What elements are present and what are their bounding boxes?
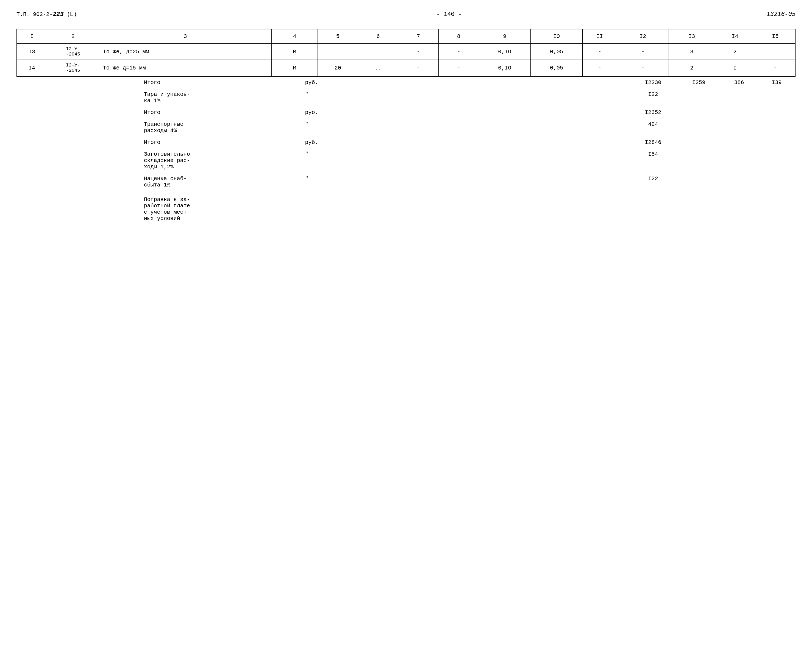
- cell-5: [318, 44, 358, 60]
- cell-12: -: [617, 44, 669, 60]
- col-header-7: 7: [398, 29, 439, 44]
- col7-spacer: [425, 88, 462, 106]
- col-header-2: 2: [47, 29, 99, 44]
- col7-spacer: [425, 118, 462, 137]
- main-table: I 2 3 4 5 6 7 8 9 IO II I2 I3 I4 I5 I3 I…: [17, 29, 795, 76]
- header-suffix: (Ш): [64, 11, 77, 18]
- cell-8: -: [438, 44, 479, 60]
- col9-spacer: [500, 76, 548, 88]
- col9-spacer: [500, 88, 548, 106]
- table-header-row: I 2 3 4 5 6 7 8 9 IO II I2 I3 I4 I5: [17, 29, 795, 44]
- col6-spacer: [387, 88, 425, 106]
- col8-spacer: [462, 148, 500, 173]
- natsenka-col12: I22: [629, 173, 677, 191]
- cell-7: -: [398, 60, 439, 76]
- tara-col13: [677, 88, 720, 106]
- cell-4: М: [272, 60, 318, 76]
- col5-spacer: [350, 106, 387, 118]
- col10-spacer: [548, 88, 597, 106]
- col-header-8: 8: [438, 29, 479, 44]
- cell-9: 0,IO: [479, 60, 531, 76]
- col10-spacer: [548, 137, 597, 148]
- popravka-col14: [720, 191, 758, 224]
- col2-spacer: [92, 88, 140, 106]
- col2-spacer: [92, 137, 140, 148]
- col8-spacer: [462, 173, 500, 191]
- itogo1-col15: I39: [758, 76, 795, 88]
- cell-14: 2: [715, 44, 755, 60]
- natsenka-col15: [758, 173, 795, 191]
- natsenka-unit: ": [301, 173, 350, 191]
- col7-spacer: [425, 76, 462, 88]
- col6-spacer: [387, 118, 425, 137]
- col9-spacer: [500, 137, 548, 148]
- zagotovit-col15: [758, 148, 795, 173]
- itogo3-col15: [758, 137, 795, 148]
- cell-6: [358, 44, 398, 60]
- header-left: Т.П. 902-2-223 (Ш): [17, 11, 77, 18]
- cell-3: То же, Д=25 мм: [99, 44, 272, 60]
- summary-row-itogo1: Итого руб. I2230 I259 386 I39: [17, 76, 795, 88]
- cell-1: I4: [17, 60, 47, 76]
- col11-spacer: [597, 106, 629, 118]
- itogo1-col12: I2230: [629, 76, 677, 88]
- header-center: - 140 -: [437, 11, 462, 18]
- col1-spacer: [17, 173, 92, 191]
- cell-6: ..: [358, 60, 398, 76]
- cell-8: -: [438, 60, 479, 76]
- col8-spacer: [462, 76, 500, 88]
- col9-spacer: [500, 173, 548, 191]
- itogo3-unit: руб.: [301, 137, 350, 148]
- summary-row-popravka: Поправка к за- работной плате с учетом м…: [17, 191, 795, 224]
- col-header-13: I3: [669, 29, 715, 44]
- col7-spacer: [425, 137, 462, 148]
- itogo2-col14: [720, 106, 758, 118]
- itogo2-col15: [758, 106, 795, 118]
- col9-spacer: [500, 191, 548, 224]
- col-header-12: I2: [617, 29, 669, 44]
- col9-spacer: [500, 106, 548, 118]
- col11-spacer: [597, 118, 629, 137]
- col5-spacer: [350, 76, 387, 88]
- transport-col14: [720, 118, 758, 137]
- itogo1-label: Итого: [140, 76, 301, 88]
- col2-spacer: [92, 76, 140, 88]
- col-header-5: 5: [318, 29, 358, 44]
- col9-spacer: [500, 148, 548, 173]
- cell-9: 0,IO: [479, 44, 531, 60]
- natsenka-col13: [677, 173, 720, 191]
- col7-spacer: [425, 173, 462, 191]
- itogo3-col12: I2846: [629, 137, 677, 148]
- col5-spacer: [350, 173, 387, 191]
- itogo2-label: Итого: [140, 106, 301, 118]
- col5-spacer: [350, 137, 387, 148]
- col6-spacer: [387, 148, 425, 173]
- popravka-col13: [677, 191, 720, 224]
- cell-3: То же д=15 мм: [99, 60, 272, 76]
- itogo3-label: Итого: [140, 137, 301, 148]
- col2-spacer: [92, 173, 140, 191]
- transport-label: Транспортные расходы 4%: [140, 118, 301, 137]
- itogo3-col14: [720, 137, 758, 148]
- cell-13: 2: [669, 60, 715, 76]
- itogo1-col14: 386: [720, 76, 758, 88]
- popravka-col12: [629, 191, 677, 224]
- table-row: I3 I2-У--2045 То же, Д=25 мм М - - 0,IO …: [17, 44, 795, 60]
- popravka-col15: [758, 191, 795, 224]
- col-header-6: 6: [358, 29, 398, 44]
- cell-4: М: [272, 44, 318, 60]
- col-header-15: I5: [755, 29, 795, 44]
- col7-spacer: [425, 106, 462, 118]
- zagotovit-label: Заготовительно- складские рас- ходы 1,2%: [140, 148, 301, 173]
- cell-14: I: [715, 60, 755, 76]
- itogo1-col13: I259: [677, 76, 720, 88]
- cell-2: I2-У--2045: [47, 44, 99, 60]
- col8-spacer: [462, 191, 500, 224]
- cell-15: -: [755, 60, 795, 76]
- cell-12: -: [617, 60, 669, 76]
- page-header: Т.П. 902-2-223 (Ш) - 140 - 13216-05: [17, 11, 795, 21]
- cell-10: 0,05: [531, 44, 583, 60]
- col2-spacer: [92, 118, 140, 137]
- col8-spacer: [462, 118, 500, 137]
- col7-spacer: [425, 191, 462, 224]
